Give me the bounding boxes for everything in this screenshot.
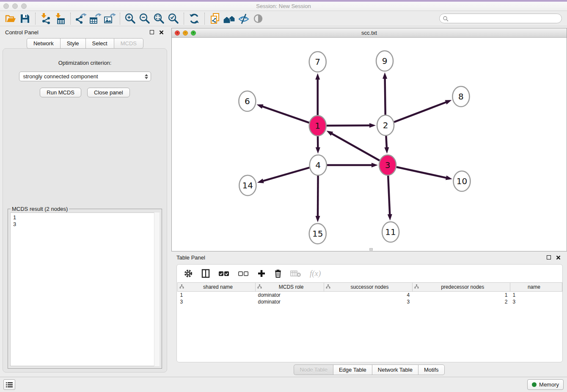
mcds-result-title: MCDS result (2 nodes) — [11, 206, 69, 212]
tab-style[interactable]: Style — [60, 38, 85, 49]
edge-arrowhead — [316, 147, 320, 154]
dropdown-stepper-icon — [145, 74, 148, 79]
edge-arrowhead — [445, 100, 452, 104]
open-file-icon[interactable] — [3, 12, 18, 25]
column-header-name[interactable]: name — [510, 283, 562, 292]
table-cell[interactable]: 3 — [324, 298, 412, 305]
export-network-icon[interactable] — [74, 12, 88, 25]
import-network-icon[interactable] — [39, 12, 53, 25]
column-header-shared-name[interactable]: shared name — [178, 283, 256, 292]
mcds-panel: Optimization criterion: strongly connect… — [3, 48, 167, 373]
node-table-header-row: shared nameMCDS rolesuccessor nodesprede… — [178, 283, 562, 292]
column-header-MCDS-role[interactable]: MCDS role — [255, 283, 324, 292]
float-panel-button[interactable] — [148, 29, 156, 36]
window-accent-strip — [0, 0, 567, 2]
column-header-successor-nodes[interactable]: successor nodes — [324, 283, 412, 292]
app-titlebar: Session: New Session — [0, 0, 567, 11]
table-cell[interactable]: 3 — [178, 298, 256, 305]
select-columns-icon[interactable] — [201, 268, 210, 279]
graph-edge-2-3[interactable] — [386, 136, 387, 148]
duplicate-network-icon[interactable] — [208, 12, 222, 25]
memory-button[interactable]: Memory — [527, 379, 564, 390]
import-table-icon[interactable] — [53, 12, 67, 25]
tab-network-table[interactable]: Network Table — [372, 364, 418, 375]
table-row[interactable]: 3dominator323 — [178, 298, 562, 305]
search-input[interactable] — [449, 15, 561, 22]
table-cell[interactable]: 1 — [178, 292, 256, 298]
zoom-selected-icon[interactable] — [166, 12, 181, 25]
close-table-panel-button[interactable] — [554, 254, 562, 261]
edge-arrowhead — [256, 104, 263, 108]
edge-arrowhead — [315, 216, 320, 222]
toolbar-separator — [204, 13, 205, 25]
canvas-splitter-knob[interactable] — [369, 248, 373, 251]
table-cell[interactable]: 4 — [324, 292, 412, 298]
mcds-result-scrollbar[interactable] — [154, 213, 160, 366]
table-panel-tabs: Node TableEdge TableNetwork TableMotifs — [171, 362, 567, 377]
tab-mcds[interactable]: MCDS — [114, 38, 143, 49]
graph-edge-2-9[interactable] — [385, 78, 385, 115]
export-image-icon[interactable] — [102, 12, 117, 25]
table-cell[interactable]: dominator — [255, 298, 324, 305]
zoom-out-icon[interactable] — [138, 12, 152, 25]
column-hierarchy-icon — [414, 284, 419, 290]
graph-node-label: 14 — [242, 180, 253, 190]
optimization-criterion-select[interactable]: strongly connected component — [19, 72, 151, 81]
table-cell[interactable]: 3 — [510, 298, 562, 305]
graph-edge-3-11[interactable] — [388, 176, 390, 215]
export-table-icon[interactable] — [88, 12, 102, 25]
table-cell[interactable]: 1 — [412, 292, 510, 298]
table-cell[interactable]: dominator — [255, 292, 324, 298]
edge-arrowhead — [384, 147, 389, 154]
graph-edge-2-8[interactable] — [394, 102, 446, 122]
tab-edge-table[interactable]: Edge Table — [333, 364, 372, 375]
graph-node-label: 15 — [312, 229, 323, 239]
create-column-icon[interactable] — [257, 268, 266, 279]
delete-columns-icon[interactable] — [274, 268, 282, 279]
close-panel-button-2[interactable]: Close panel — [87, 88, 130, 97]
show-all-icon[interactable] — [251, 12, 265, 25]
graph-edge-3-10[interactable] — [396, 167, 447, 178]
tab-motifs[interactable]: Motifs — [418, 364, 445, 375]
float-table-panel-button[interactable] — [545, 254, 553, 261]
first-neighbors-icon[interactable] — [222, 12, 237, 25]
task-history-button[interactable] — [3, 379, 15, 390]
tab-node-table[interactable]: Node Table — [294, 364, 333, 375]
table-options-gear-icon[interactable] — [184, 268, 193, 279]
save-session-icon[interactable] — [18, 12, 32, 25]
graph-edge-1-2[interactable] — [327, 125, 370, 126]
refresh-icon[interactable] — [187, 12, 201, 25]
network-canvas-svg: 7968124314101511 — [172, 38, 567, 251]
hide-selected-icon[interactable] — [237, 12, 251, 25]
table-cell[interactable]: 1 — [510, 292, 562, 298]
search-icon — [443, 16, 449, 22]
graph-edge-4-15[interactable] — [318, 176, 318, 217]
run-mcds-button[interactable]: Run MCDS — [40, 88, 81, 97]
table-row[interactable]: 1dominator411 — [178, 292, 562, 298]
tab-network[interactable]: Network — [27, 38, 60, 49]
toolbar-separator — [35, 13, 36, 25]
result-line: 1 — [13, 214, 157, 221]
graph-node-label: 4 — [315, 160, 321, 170]
app-title: Session: New Session — [0, 3, 567, 9]
graph-edge-3-1[interactable] — [331, 133, 380, 160]
table-cell[interactable]: 2 — [412, 298, 510, 305]
graph-edge-1-6[interactable] — [262, 106, 309, 123]
zoom-in-icon[interactable] — [123, 12, 138, 25]
close-panel-button[interactable] — [157, 29, 165, 36]
column-header-predecessor-nodes[interactable]: predecessor nodes — [412, 283, 510, 292]
table-panel-title: Table Panel — [176, 254, 205, 261]
show-all-columns-icon[interactable] — [218, 268, 229, 279]
network-canvas[interactable]: 7968124314101511 — [172, 38, 567, 251]
hide-all-columns-icon[interactable] — [238, 268, 249, 279]
result-line: 3 — [13, 221, 157, 228]
zoom-fit-icon[interactable] — [152, 12, 166, 25]
toolbar-separator — [184, 13, 184, 25]
graph-node-label: 11 — [385, 227, 396, 237]
tab-select[interactable]: Select — [85, 38, 114, 49]
graph-edge-4-14[interactable] — [262, 168, 309, 181]
node-table[interactable]: shared nameMCDS rolesuccessor nodesprede… — [177, 282, 562, 305]
graph-node-label: 2 — [383, 120, 388, 130]
search-field[interactable] — [439, 14, 562, 23]
edge-arrowhead — [388, 214, 392, 221]
